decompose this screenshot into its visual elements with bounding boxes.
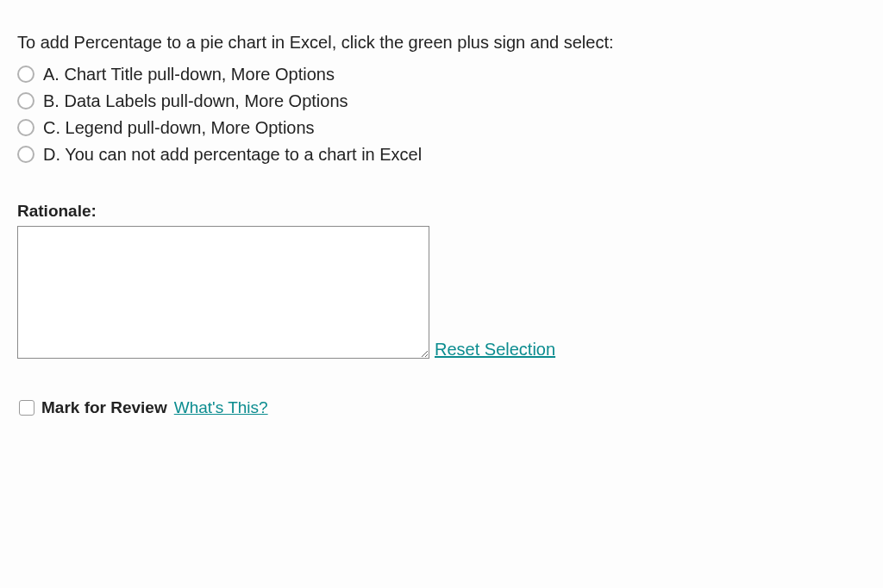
reset-selection-link[interactable]: Reset Selection	[435, 341, 555, 359]
option-c-radio[interactable]	[17, 119, 34, 136]
mark-for-review-checkbox[interactable]	[19, 400, 34, 416]
option-b-radio[interactable]	[17, 92, 34, 109]
option-d-radio[interactable]	[17, 146, 34, 163]
rationale-section: Rationale: Reset Selection	[17, 202, 866, 359]
answer-options-group: A. Chart Title pull-down, More Options B…	[17, 61, 866, 167]
option-b-row: B. Data Labels pull-down, More Options	[17, 88, 866, 114]
option-d-row: D. You can not add percentage to a chart…	[17, 141, 866, 167]
question-prompt: To add Percentage to a pie chart in Exce…	[17, 31, 866, 54]
option-a-label: A. Chart Title pull-down, More Options	[43, 61, 335, 87]
mark-for-review-row: Mark for Review What's This?	[19, 398, 866, 417]
mark-for-review-label: Mark for Review	[41, 398, 167, 417]
rationale-heading: Rationale:	[17, 202, 866, 221]
option-b-label: B. Data Labels pull-down, More Options	[43, 88, 348, 114]
option-d-label: D. You can not add percentage to a chart…	[43, 141, 422, 167]
whats-this-link[interactable]: What's This?	[174, 398, 268, 417]
rationale-textarea[interactable]	[17, 226, 429, 359]
option-a-row: A. Chart Title pull-down, More Options	[17, 61, 866, 87]
option-a-radio[interactable]	[17, 66, 34, 83]
option-c-row: C. Legend pull-down, More Options	[17, 115, 866, 141]
rationale-row: Reset Selection	[17, 226, 866, 359]
option-c-label: C. Legend pull-down, More Options	[43, 115, 315, 141]
